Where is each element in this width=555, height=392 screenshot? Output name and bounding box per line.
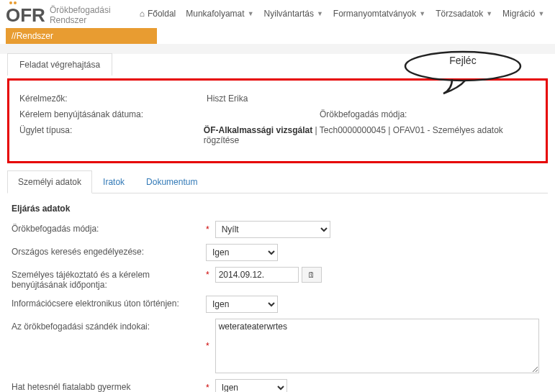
- casetype-label: Ügylet típusa:: [19, 125, 204, 145]
- chevron-down-icon: ▼: [538, 10, 544, 17]
- nav-workflow[interactable]: Munkafolyamat▼: [186, 9, 253, 19]
- sixweeks-label: Hat hetesnél fiatalabb gyermek örökbefog…: [12, 379, 206, 392]
- logo-sub1: Örökbefogadási: [50, 6, 111, 16]
- national-search-label: Országos keresés engedélyezése:: [12, 244, 206, 257]
- personal-info-date[interactable]: [215, 267, 299, 283]
- chevron-down-icon: ▼: [419, 10, 425, 17]
- nav-migration[interactable]: Migráció▼: [502, 9, 544, 19]
- einfo-select[interactable]: Igen: [206, 296, 278, 313]
- header-panel: Fejléc Kérelmezők: Hiszt Erika Kérelem b…: [7, 78, 548, 163]
- sixweeks-select[interactable]: Igen: [215, 379, 287, 392]
- nav-forms[interactable]: Formanyomtatványok▼: [333, 9, 425, 19]
- adopt-mode-label: Örökbefogadás módja:: [12, 221, 206, 234]
- calendar-icon: 🗓: [307, 270, 315, 279]
- chevron-down-icon: ▼: [317, 10, 323, 17]
- national-search-select[interactable]: Igen: [206, 244, 278, 261]
- casetype-strong: ÖF-Alkalmassági vizsgálat: [204, 125, 312, 135]
- tab-iratok[interactable]: Iratok: [92, 170, 135, 193]
- top-nav: ⌂Főoldal Munkafolyamat▼ Nyilvántartás▼ F…: [140, 4, 545, 19]
- reasons-label: Az örökbefogadási szándék indokai:: [12, 319, 206, 332]
- chevron-down-icon: ▼: [486, 10, 492, 17]
- required-icon: *: [206, 383, 209, 392]
- required-icon: *: [206, 224, 209, 234]
- annotation-bubble: Fejléc: [402, 50, 524, 98]
- task-tab-button[interactable]: Feladat végrehajtása: [7, 53, 112, 76]
- adoptmode-header-label: Örökbefogadás módja:: [320, 109, 536, 119]
- logo-sub2: Rendszer: [50, 16, 111, 26]
- app-logo: OFR Örökbefogadási Rendszer: [6, 4, 111, 27]
- chevron-down-icon: ▼: [248, 10, 254, 17]
- home-icon: ⌂: [140, 9, 145, 19]
- reasons-textarea[interactable]: weterateaterwrtes: [215, 319, 539, 373]
- einfo-label: Információcsere elektronikus úton történ…: [12, 296, 206, 309]
- svg-point-0: [405, 52, 520, 81]
- submitdate-label: Kérelem benyújtásának dátuma:: [19, 109, 207, 119]
- content-tabs: Személyi adatok Iratok Dokumentum: [7, 170, 548, 193]
- applicants-value: Hiszt Erika: [207, 94, 248, 104]
- tab-dokumentum[interactable]: Dokumentum: [135, 170, 208, 193]
- applicants-label: Kérelmezők:: [19, 94, 207, 104]
- annotation-text: Fejléc: [402, 55, 524, 66]
- nav-registry[interactable]: Nyilvántartás▼: [264, 9, 323, 19]
- adopt-mode-select[interactable]: Nyílt: [215, 221, 330, 238]
- required-icon: *: [206, 341, 209, 351]
- calendar-button[interactable]: 🗓: [302, 267, 322, 283]
- nav-masterdata[interactable]: Törzsadatok▼: [436, 9, 492, 19]
- section-title: Eljárás adatok: [12, 204, 548, 214]
- nav-home[interactable]: ⌂Főoldal: [140, 9, 176, 19]
- breadcrumb-bar: //Rendszer: [6, 28, 157, 44]
- tab-personal[interactable]: Személyi adatok: [7, 170, 92, 193]
- personal-info-label: Személyes tájékoztató és a kérelem benyú…: [12, 267, 206, 290]
- required-icon: *: [206, 270, 209, 280]
